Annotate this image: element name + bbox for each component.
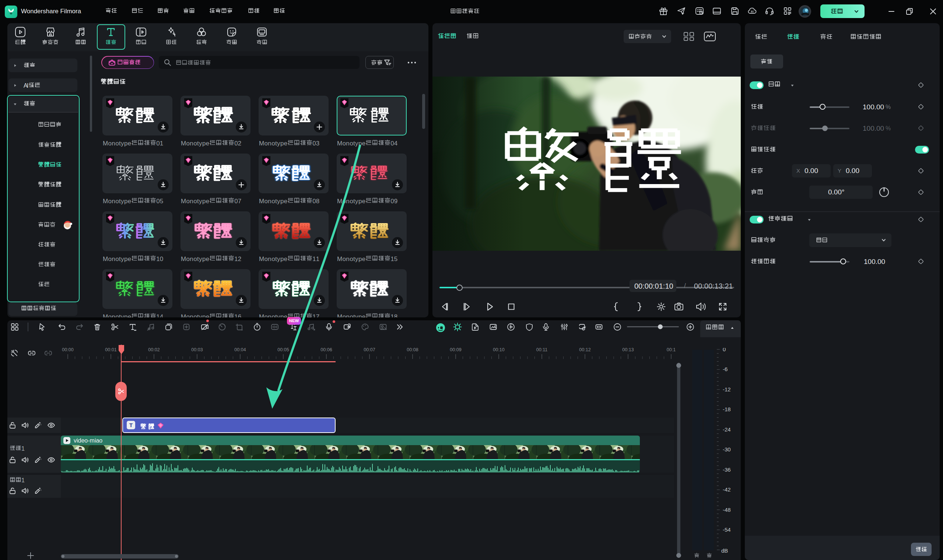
svg-text:-30: -30	[723, 446, 731, 452]
svg-text:00:09: 00:09	[450, 347, 461, 352]
svg-text:09: 09	[390, 198, 398, 205]
svg-text:12: 12	[234, 255, 241, 263]
svg-text:00:08: 00:08	[407, 347, 418, 352]
svg-text:Monotype: Monotype	[103, 140, 131, 147]
svg-text:01: 01	[156, 140, 163, 147]
svg-text:Monotype: Monotype	[337, 255, 365, 263]
svg-text:11: 11	[312, 255, 319, 263]
svg-text:-12: -12	[723, 386, 731, 392]
svg-text:-6: -6	[723, 366, 727, 372]
svg-text:00:05: 00:05	[277, 347, 289, 352]
svg-text:Monotype: Monotype	[259, 140, 287, 147]
svg-text:Monotype: Monotype	[103, 198, 131, 205]
svg-text:Monotype: Monotype	[259, 198, 287, 205]
svg-text:-24: -24	[723, 426, 731, 432]
svg-text:00:13: 00:13	[622, 347, 633, 352]
svg-text:Monotype: Monotype	[103, 255, 131, 263]
svg-text:AI: AI	[23, 83, 28, 89]
svg-text:00:11: 00:11	[536, 347, 547, 352]
svg-text:Monotype: Monotype	[181, 198, 209, 205]
svg-text:0: 0	[723, 348, 726, 352]
svg-text:00:07: 00:07	[364, 347, 375, 352]
svg-text:08: 08	[312, 198, 319, 205]
svg-text:Monotype: Monotype	[337, 198, 365, 205]
svg-text:00:04: 00:04	[234, 347, 246, 352]
svg-text:15: 15	[390, 255, 398, 263]
svg-text:dB: dB	[721, 548, 728, 554]
svg-text:Monotype: Monotype	[181, 255, 209, 263]
svg-text:00:00: 00:00	[62, 347, 73, 352]
svg-text:1: 1	[22, 446, 25, 452]
svg-text:Monotype: Monotype	[181, 140, 209, 147]
svg-text:-36: -36	[723, 466, 731, 473]
svg-text:07: 07	[234, 198, 241, 205]
svg-text:10: 10	[156, 255, 163, 263]
svg-text:Monotype: Monotype	[337, 140, 365, 147]
svg-text:Monotype: Monotype	[259, 255, 287, 263]
svg-text:00:1: 00:1	[667, 347, 676, 352]
svg-text:-42: -42	[723, 486, 731, 492]
svg-text:02: 02	[234, 140, 241, 147]
svg-text:1: 1	[22, 477, 25, 483]
svg-text:00:10: 00:10	[493, 347, 504, 352]
svg-text:00:06: 00:06	[320, 347, 332, 352]
svg-text:00:02: 00:02	[148, 347, 160, 352]
svg-text:04: 04	[390, 140, 398, 147]
svg-text:03: 03	[312, 140, 319, 147]
svg-text:00:03: 00:03	[191, 347, 203, 352]
svg-text:00:12: 00:12	[579, 347, 590, 352]
svg-text:05: 05	[156, 198, 163, 205]
svg-text:-48: -48	[723, 507, 731, 513]
svg-text:00:01: 00:01	[105, 347, 116, 352]
svg-text:-54: -54	[723, 526, 731, 533]
svg-text:-18: -18	[723, 406, 731, 412]
